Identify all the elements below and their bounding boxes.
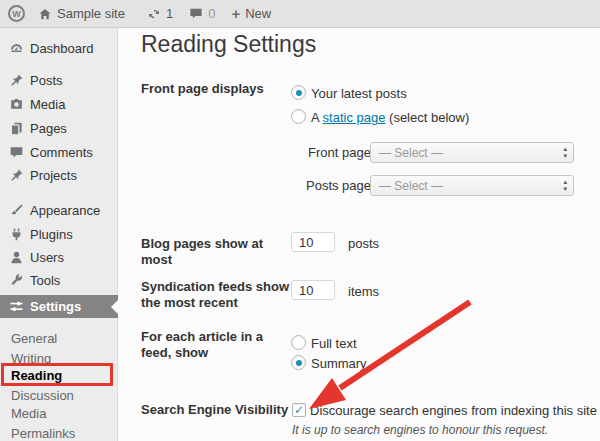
- camera-icon: [8, 96, 24, 112]
- admin-bar: W Sample site 1 0 + New: [0, 0, 600, 28]
- comment-bubble-icon: [189, 7, 203, 20]
- front-page-displays-label: Front page displays: [141, 81, 297, 97]
- sliders-icon: [8, 299, 24, 315]
- updates-indicator[interactable]: 1: [147, 6, 173, 21]
- posts-page-select[interactable]: — Select — ▴▾: [370, 175, 574, 196]
- radio-your-latest-posts[interactable]: [291, 85, 306, 100]
- sidebar-item-appearance[interactable]: Appearance: [0, 198, 118, 222]
- radio-summary-label: Summary: [311, 356, 367, 371]
- sidebar-subitem-general[interactable]: General: [0, 328, 118, 348]
- sidebar-item-posts[interactable]: Posts: [0, 68, 118, 92]
- wrench-icon: [8, 272, 24, 288]
- select-stepper-icon: ▴▾: [563, 178, 567, 192]
- select-stepper-icon: ▴▾: [563, 145, 567, 159]
- blog-pages-input[interactable]: [291, 232, 335, 252]
- sidebar-item-pages[interactable]: Pages: [0, 116, 118, 140]
- posts-page-select-label: Posts page:: [306, 178, 375, 193]
- search-visibility-note: It is up to search engines to honour thi…: [292, 423, 548, 437]
- sidebar-item-settings[interactable]: Settings: [0, 295, 118, 318]
- radio-static-page-label: A static page (select below): [311, 110, 469, 125]
- pushpin-icon: [8, 167, 24, 183]
- site-name-link[interactable]: Sample site: [38, 6, 125, 21]
- blog-pages-label: Blog pages show at most: [141, 236, 297, 268]
- sidebar-item-projects[interactable]: Projects: [0, 163, 118, 187]
- sidebar-subitem-reading[interactable]: Reading: [0, 365, 118, 385]
- radio-your-latest-posts-label: Your latest posts: [311, 86, 407, 101]
- syndication-input[interactable]: [291, 280, 335, 300]
- discourage-search-engines-checkbox[interactable]: ✓: [292, 403, 306, 417]
- page-title: Reading Settings: [141, 31, 316, 58]
- reading-settings-page: Reading Settings Front page displays You…: [119, 28, 600, 441]
- radio-summary[interactable]: [291, 355, 306, 370]
- static-page-link[interactable]: static page: [323, 110, 386, 125]
- comments-indicator[interactable]: 0: [189, 6, 215, 21]
- sidebar-subitem-media[interactable]: Media: [0, 403, 118, 423]
- radio-full-text[interactable]: [291, 335, 306, 350]
- sidebar-item-users[interactable]: Users: [0, 245, 118, 269]
- comment-bubble-icon: [8, 144, 24, 160]
- pushpin-icon: [8, 72, 24, 88]
- sidebar-subitem-discussion[interactable]: Discussion: [0, 385, 118, 405]
- sidebar-item-comments[interactable]: Comments: [0, 140, 118, 164]
- new-content-button[interactable]: + New: [231, 6, 271, 21]
- syndication-label: Syndication feeds show the most recent: [141, 279, 297, 311]
- paintbrush-icon: [8, 202, 24, 218]
- radio-static-page[interactable]: [291, 109, 306, 124]
- plus-icon: +: [231, 6, 240, 21]
- pages-icon: [8, 120, 24, 136]
- front-page-select-label: Front page:: [308, 145, 375, 160]
- wordpress-logo-icon[interactable]: W: [8, 5, 25, 22]
- syndication-unit: items: [348, 284, 379, 299]
- dashboard-gauge-icon: [8, 40, 24, 56]
- sidebar-item-media[interactable]: Media: [0, 92, 118, 116]
- feed-article-label: For each article in a feed, show: [141, 329, 297, 361]
- radio-full-text-label: Full text: [311, 336, 357, 351]
- sidebar-item-tools[interactable]: Tools: [0, 268, 118, 292]
- admin-sidebar: Dashboard Posts Media Pages Comments Pro…: [0, 28, 118, 441]
- discourage-search-engines-label: Discourage search engines from indexing …: [310, 403, 597, 418]
- person-icon: [8, 249, 24, 265]
- update-arrows-icon: [147, 7, 161, 21]
- blog-pages-unit: posts: [348, 236, 379, 251]
- sidebar-item-plugins[interactable]: Plugins: [0, 222, 118, 246]
- search-engine-visibility-label: Search Engine Visibility: [141, 402, 297, 418]
- sidebar-item-dashboard[interactable]: Dashboard: [0, 36, 118, 60]
- home-icon: [38, 7, 52, 21]
- plug-icon: [8, 226, 24, 242]
- sidebar-subitem-permalinks[interactable]: Permalinks: [0, 423, 118, 441]
- front-page-select[interactable]: — Select — ▴▾: [370, 142, 574, 163]
